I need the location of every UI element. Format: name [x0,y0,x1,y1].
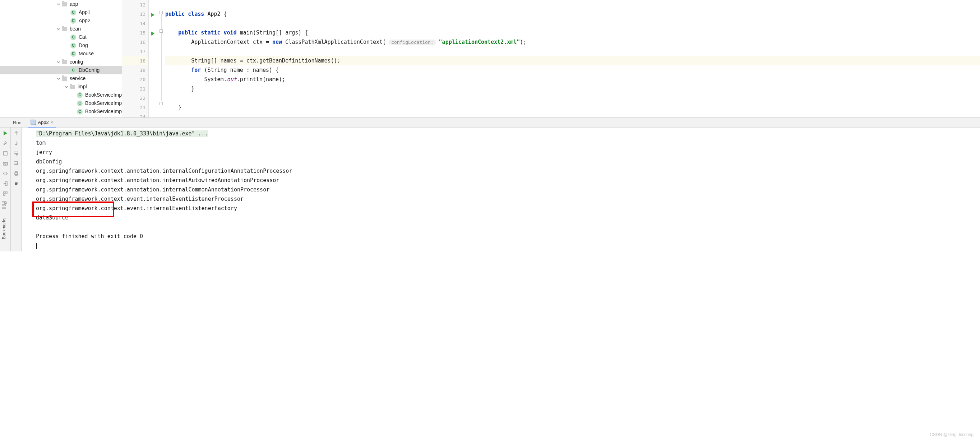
tree-label: Cat [79,33,87,41]
line-number[interactable]: 12 [122,0,148,10]
svg-point-2 [5,163,6,165]
tree-class-bookservice[interactable]: CBookServiceImp [0,91,122,99]
tree-label: Dog [79,41,88,49]
tree-label: App1 [79,8,91,16]
line-number[interactable]: 24 [122,112,148,118]
rerun-icon[interactable] [3,130,8,136]
line-number[interactable]: 16 [122,37,148,47]
fold-handle[interactable] [159,102,163,105]
tree-label: service [70,75,86,83]
layout-icon[interactable] [3,171,8,176]
line-number[interactable]: 17 [122,47,148,56]
code-line[interactable] [165,47,980,56]
console-line: org.springframework.context.annotation.i… [36,185,980,194]
run-console[interactable]: "D:\Program Files\Java\jdk1.8.0_333\bin\… [22,127,980,251]
line-number[interactable]: 23 [122,103,148,112]
tree-folder-config[interactable]: config [0,58,122,66]
tree-class-cat[interactable]: CCat [0,33,122,41]
source-code[interactable]: public class App2 { public static void m… [165,0,980,118]
line-number[interactable]: 13 [122,10,148,19]
tree-class-app1[interactable]: CApp1 [0,8,122,16]
svg-rect-1 [3,162,8,165]
tree-folder-service[interactable]: service [0,75,122,83]
svg-rect-5 [3,194,5,195]
scroll-end-icon[interactable] [13,160,19,166]
class-icon: C [77,92,83,98]
class-icon: C [70,68,76,73]
code-line[interactable] [165,94,980,103]
chevron-down-icon[interactable] [57,3,60,6]
left-stripe: Bookmarks [0,197,8,239]
console-line: org.springframework.context.event.intern… [36,204,980,213]
chevron-down-icon[interactable] [57,77,60,81]
fold-guide [161,14,162,36]
code-line[interactable]: public class App2 { [165,10,980,19]
class-icon: C [77,109,83,114]
run-gutter-icon[interactable] [151,30,155,37]
chevron-down-icon[interactable] [57,27,60,31]
code-editor[interactable]: 12 13 14 15 16 17 18 19 20 21 22 23 24 [122,0,980,118]
tree-class-dog[interactable]: CDog [0,41,122,49]
code-line[interactable]: } [165,84,980,94]
code-line[interactable]: } [165,103,980,112]
print-icon[interactable] [13,171,19,176]
fold-column[interactable] [160,0,165,118]
run-label: Run: [0,120,28,125]
tree-class-dbconfig[interactable]: CDbConfig [0,66,122,75]
run-tool-tabbar[interactable]: Run: App2 × [0,118,980,127]
inlay-hint: configLocation: [389,40,435,45]
run-gutter-icon[interactable] [151,12,155,18]
chevron-down-icon[interactable] [57,60,60,64]
grip-icon[interactable] [2,200,6,209]
soft-wrap-icon[interactable] [13,151,19,156]
line-number[interactable]: 19 [122,65,148,75]
static-field: out [227,76,237,83]
bookmarks-toolwindow-button[interactable]: Bookmarks [2,218,6,239]
tree-label: App2 [79,16,91,25]
line-number[interactable]: 18 [122,56,148,65]
camera-icon[interactable] [3,160,8,166]
exit-icon[interactable] [3,181,8,186]
fold-handle[interactable] [159,29,163,33]
fold-handle[interactable] [159,11,163,14]
close-icon[interactable]: × [51,120,54,125]
code-line[interactable]: public static void main(String[] args) { [165,28,980,37]
line-number[interactable]: 15 [122,28,148,37]
svg-rect-4 [6,192,7,193]
run-toolbar-left-2 [11,127,22,251]
editor-gutter[interactable]: 12 13 14 15 16 17 18 19 20 21 22 23 24 [122,0,149,118]
code-line[interactable]: String[] names = ctx.getBeanDefinitionNa… [165,56,980,65]
tree-class-mouse[interactable]: CMouse [0,49,122,58]
tree-class-app2[interactable]: CApp2 [0,16,122,25]
line-number[interactable]: 21 [122,84,148,94]
wrench-icon[interactable] [3,140,8,146]
code-line[interactable] [165,19,980,28]
tree-folder-bean[interactable]: bean [0,25,122,33]
tree-folder-app[interactable]: app [0,0,122,8]
line-number[interactable]: 22 [122,94,148,103]
console-line: org.springframework.context.event.intern… [36,194,980,204]
folder-icon [70,85,75,89]
line-number[interactable]: 14 [122,19,148,28]
down-arrow-icon[interactable] [13,140,19,146]
chevron-down-icon[interactable] [65,85,68,89]
code-line[interactable] [165,112,980,118]
stop-icon[interactable] [3,151,8,156]
tree-folder-impl[interactable]: impl [0,83,122,91]
console-line: tom [36,138,980,148]
code-line[interactable] [165,0,980,10]
run-tab-app2[interactable]: App2 × [28,118,56,128]
tree-class-bookservice[interactable]: CBookServiceImp [0,107,122,116]
line-number[interactable]: 20 [122,75,148,84]
tree-label: Mouse [79,49,94,58]
tree-class-bookservice[interactable]: CBookServiceImp [0,99,122,107]
console-line: org.springframework.context.annotation.i… [36,176,980,185]
code-line[interactable]: ApplicationContext ctx = new ClassPathXm… [165,37,980,47]
project-tree[interactable]: app CApp1 CApp2 bean CCat CDog CMouse co… [0,0,122,118]
up-arrow-icon[interactable] [13,130,19,136]
code-line[interactable]: System.out.println(name); [165,75,980,84]
trash-icon[interactable] [13,181,19,186]
code-line[interactable]: for (String name : names) { [165,65,980,75]
layout-settings-icon[interactable] [3,191,8,197]
tree-label: app [70,0,78,8]
